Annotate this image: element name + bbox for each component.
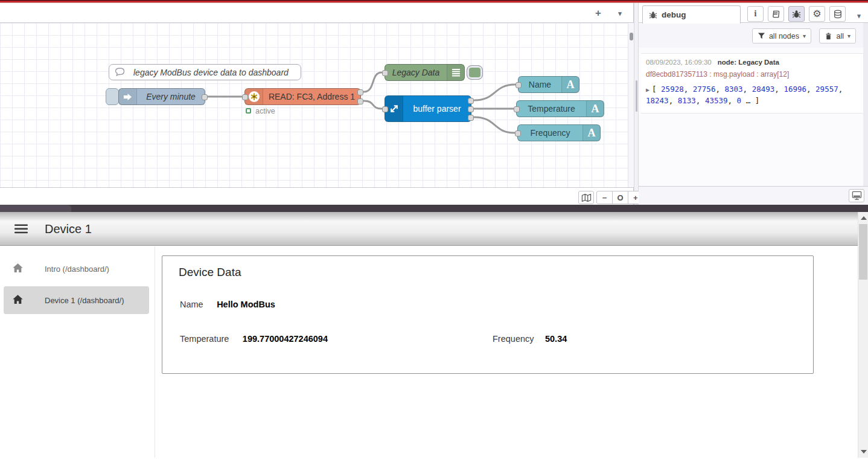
hamburger-icon	[14, 224, 28, 234]
ui-text-node-temperature[interactable]: Temperature A	[516, 100, 604, 117]
info-tab-button[interactable]: i	[747, 6, 764, 22]
editor-footer: − O +	[0, 187, 634, 205]
home-icon	[12, 263, 24, 275]
dashboard-scrollbar[interactable]	[858, 212, 868, 458]
map-icon	[581, 193, 592, 202]
debug-sidebar: debug i ⚙ ▾ all nodes ▾	[639, 3, 868, 205]
modbus-read-node[interactable]: READ: FC3, Address 1	[244, 88, 361, 105]
add-flow-button[interactable]: +	[590, 7, 606, 20]
clear-messages-button[interactable]: all ▾	[819, 28, 856, 43]
bug-icon	[649, 11, 657, 19]
node-red-dashboard: Device 1 Intro (/dashboard/) Device 1 (/…	[0, 212, 868, 458]
dashboard-sidebar: Intro (/dashboard/) Device 1 (/dashboard…	[0, 246, 155, 458]
buffer-parser-node[interactable]: buffer parser	[385, 95, 471, 122]
inject-arrow-icon	[119, 89, 137, 104]
debug-node-legacy-data[interactable]: Legacy Data	[385, 64, 465, 81]
sidebar-scrollbar[interactable]	[863, 23, 868, 186]
debug-tab[interactable]: debug	[642, 5, 741, 24]
database-icon	[834, 10, 842, 19]
dashboard-header: Device 1	[0, 212, 868, 246]
modbus-output-port-2[interactable]	[357, 98, 363, 104]
filter-nodes-button[interactable]: all nodes ▾	[752, 28, 811, 43]
help-tab-button[interactable]	[768, 6, 784, 22]
debug-tab-label: debug	[662, 10, 686, 19]
inject-node[interactable]: Every minute	[118, 88, 205, 105]
ui-text-input-port[interactable]	[515, 82, 522, 88]
text-A-icon: A	[582, 125, 600, 141]
ui-text-node-name[interactable]: Name A	[518, 76, 579, 93]
menu-toggle-button[interactable]	[14, 224, 28, 234]
book-icon	[771, 10, 780, 19]
modbus-label: READ: FC3, Address 1	[263, 92, 360, 101]
separator-grip	[636, 80, 637, 112]
flow-list-button[interactable]: ▾	[612, 7, 628, 20]
canvas-scrollbar-thumb[interactable]	[630, 33, 633, 40]
window-divider	[0, 205, 868, 212]
filter-funnel-icon	[758, 32, 765, 40]
ui-text-label: Name	[519, 80, 561, 89]
modbus-status-text: active	[255, 107, 275, 115]
field-value-temperature: 199.77000427246094	[243, 334, 328, 344]
debug-input-port[interactable]	[382, 70, 388, 76]
zoom-controls: − O +	[596, 191, 643, 204]
field-label-frequency: Frequency	[493, 334, 534, 344]
sidebar-menu-button[interactable]: ▾	[851, 9, 867, 22]
open-in-window-button[interactable]	[849, 189, 864, 202]
sidebar-tabstrip: debug i ⚙ ▾	[639, 3, 868, 23]
home-icon	[12, 294, 24, 307]
debug-message[interactable]: 08/09/2023, 16:09:30node: Legacy Data df…	[641, 53, 863, 114]
buffer-output-port-1[interactable]	[468, 98, 474, 104]
zoom-out-button[interactable]: −	[597, 191, 612, 204]
modbus-input-port[interactable]	[242, 94, 248, 100]
flow-canvas[interactable]: legacy ModBus device data to dashboard E…	[0, 23, 628, 187]
navigator-button[interactable]	[578, 191, 594, 204]
canvas-vertical-scrollbar[interactable]	[628, 23, 634, 187]
comment-label: legacy ModBus device data to dashboard	[130, 68, 301, 77]
clear-label: all	[836, 32, 844, 40]
buffer-output-port-2[interactable]	[468, 106, 474, 112]
node-red-editor: + ▾ legacy ModBus device data to dashboa…	[0, 3, 868, 205]
field-value-name: Hello ModBus	[217, 300, 275, 309]
page-title: Device 1	[45, 222, 92, 236]
config-tab-button[interactable]: ⚙	[809, 6, 825, 22]
debug-tab-button[interactable]	[788, 6, 805, 22]
debug-msg-path: df8ecbd817357113 : msg.payload : array[1…	[646, 70, 858, 79]
comment-node[interactable]: legacy ModBus device data to dashboard	[109, 64, 301, 80]
ui-text-label: Frequency	[518, 128, 582, 138]
modbus-status-icon	[246, 108, 251, 114]
modbus-output-port-1[interactable]	[357, 89, 363, 95]
debug-list-icon	[447, 65, 464, 80]
sidebar-resize-separator[interactable]	[634, 3, 639, 205]
caret-down-icon: ▾	[803, 33, 806, 39]
nav-item-device-1[interactable]: Device 1 (/dashboard/)	[4, 286, 149, 314]
workspace-tabstrip: + ▾	[0, 3, 634, 23]
context-tab-button[interactable]	[829, 6, 846, 22]
ui-text-input-port[interactable]	[514, 106, 520, 112]
ui-text-node-frequency[interactable]: Frequency A	[517, 124, 601, 141]
field-label-temperature: Temperature	[180, 334, 229, 344]
buffer-input-port[interactable]	[382, 106, 388, 112]
zoom-reset-button[interactable]: O	[612, 191, 627, 204]
inject-trigger-button[interactable]	[106, 88, 119, 105]
ui-text-input-port[interactable]	[515, 130, 521, 136]
device-data-card: Device Data Name Hello ModBus Temperatur…	[162, 255, 814, 374]
text-A-icon: A	[586, 101, 604, 117]
nav-label: Device 1 (/dashboard/)	[45, 296, 124, 305]
expand-caret-icon[interactable]: ▶	[646, 86, 649, 93]
inject-output-port[interactable]	[202, 94, 208, 100]
monitor-icon	[852, 191, 862, 201]
field-label-name: Name	[180, 300, 203, 309]
dashboard-scrollbar-thumb[interactable]	[859, 224, 867, 280]
filter-label: all nodes	[769, 32, 799, 40]
buffer-output-port-3[interactable]	[468, 115, 474, 121]
debug-payload[interactable]: ▶[ 25928, 27756, 8303, 28493, 16996, 295…	[646, 83, 858, 107]
info-icon: i	[755, 9, 757, 19]
nav-item-intro[interactable]: Intro (/dashboard/)	[4, 255, 149, 283]
nav-label: Intro (/dashboard/)	[45, 265, 109, 274]
field-value-frequency: 50.34	[545, 334, 567, 344]
scroll-down-arrow[interactable]	[861, 450, 867, 454]
scroll-up-arrow[interactable]	[861, 216, 867, 220]
card-title: Device Data	[179, 266, 241, 279]
gear-icon: ⚙	[812, 9, 821, 19]
debug-enable-toggle[interactable]	[467, 65, 483, 80]
